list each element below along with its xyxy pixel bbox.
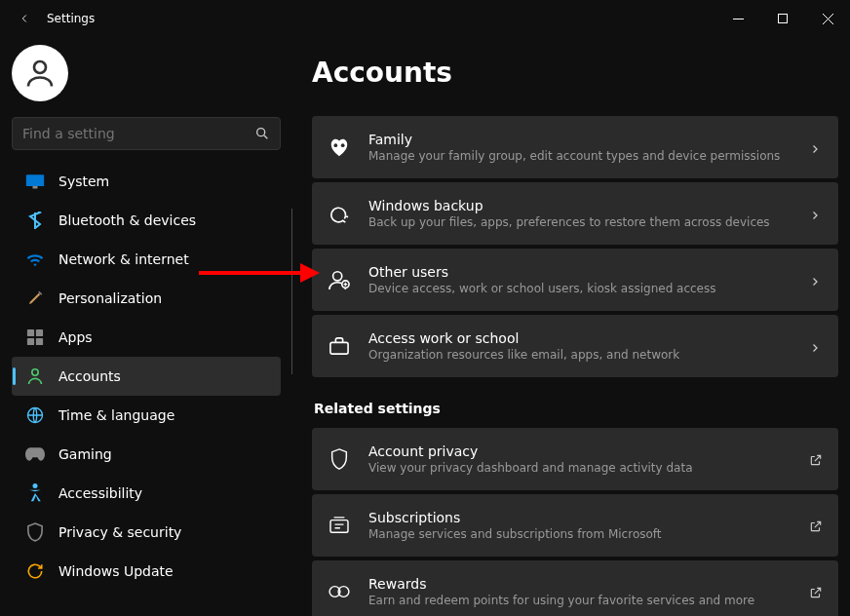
chevron-right-icon (809, 273, 823, 287)
sidebar: System Bluetooth & devices Network & int… (0, 37, 292, 616)
sidebar-item-label: Accounts (58, 368, 121, 384)
sidebar-item-time[interactable]: Time & language (12, 396, 281, 435)
svg-point-13 (32, 369, 38, 375)
svg-point-16 (334, 143, 338, 147)
sidebar-item-accessibility[interactable]: Accessibility (12, 474, 281, 513)
card-title: Subscriptions (368, 510, 809, 525)
sidebar-item-label: Gaming (58, 446, 112, 462)
open-external-icon (809, 519, 823, 532)
paintbrush-icon (25, 289, 45, 308)
card-title: Access work or school (368, 330, 809, 346)
wifi-icon (25, 250, 45, 269)
svg-rect-7 (26, 174, 44, 186)
privacy-shield-icon (328, 447, 351, 471)
svg-rect-9 (27, 329, 34, 336)
system-icon (25, 172, 45, 191)
back-button[interactable] (12, 6, 37, 31)
page-title: Accounts (312, 57, 838, 89)
svg-rect-21 (330, 520, 348, 533)
svg-point-15 (33, 483, 38, 488)
minimize-button[interactable] (715, 3, 760, 34)
card-subtitle: Manage your family group, edit account t… (368, 149, 809, 163)
sidebar-item-update[interactable]: Windows Update (12, 552, 281, 591)
search-input[interactable] (12, 117, 281, 150)
svg-line-6 (264, 135, 267, 138)
card-subtitle: Organization resources like email, apps,… (368, 348, 809, 362)
svg-point-5 (257, 129, 265, 136)
sidebar-item-network[interactable]: Network & internet (12, 240, 281, 279)
chevron-right-icon (809, 339, 823, 353)
search-field[interactable] (22, 126, 254, 141)
svg-point-4 (34, 61, 46, 73)
avatar[interactable] (12, 45, 68, 101)
sidebar-item-gaming[interactable]: Gaming (12, 435, 281, 474)
titlebar: Settings (0, 0, 850, 37)
svg-rect-8 (33, 186, 38, 189)
person-icon (25, 366, 45, 386)
card-other-users[interactable]: Other users Device access, work or schoo… (312, 249, 838, 311)
card-subtitle: Device access, work or school users, kio… (368, 282, 809, 295)
card-subtitle: View your privacy dashboard and manage a… (368, 461, 809, 475)
svg-rect-10 (36, 329, 43, 336)
apps-icon (25, 327, 45, 347)
maximize-button[interactable] (760, 3, 805, 34)
accessibility-icon (25, 483, 45, 503)
sidebar-item-label: Apps (58, 329, 93, 345)
globe-icon (25, 405, 45, 425)
sidebar-item-personalization[interactable]: Personalization (12, 279, 281, 318)
briefcase-icon (328, 334, 351, 358)
card-title: Account privacy (368, 443, 809, 459)
sidebar-item-label: Personalization (58, 290, 162, 306)
card-title: Family (368, 132, 809, 147)
sidebar-item-system[interactable]: System (12, 162, 281, 201)
close-button[interactable] (805, 3, 850, 34)
sidebar-item-label: Windows Update (58, 563, 174, 579)
sidebar-item-privacy[interactable]: Privacy & security (12, 513, 281, 552)
svg-rect-20 (330, 342, 348, 354)
sidebar-item-apps[interactable]: Apps (12, 318, 281, 357)
sidebar-item-label: System (58, 173, 109, 189)
gamepad-icon (25, 444, 45, 464)
card-rewards[interactable]: Rewards Earn and redeem points for using… (312, 560, 838, 616)
window-controls (715, 3, 850, 34)
sidebar-item-label: Bluetooth & devices (58, 212, 196, 228)
main-panel: Accounts Family Manage your family group… (292, 37, 850, 616)
card-subtitle: Manage services and subscriptions from M… (368, 527, 809, 541)
svg-rect-12 (36, 338, 43, 345)
related-settings-heading: Related settings (314, 401, 838, 416)
svg-point-17 (341, 143, 345, 147)
shield-icon (25, 522, 45, 542)
chevron-right-icon (809, 207, 823, 220)
nav-list: System Bluetooth & devices Network & int… (8, 162, 285, 591)
card-title: Windows backup (368, 198, 809, 213)
svg-rect-11 (27, 338, 34, 345)
family-icon (328, 135, 351, 159)
sidebar-item-label: Privacy & security (58, 524, 181, 540)
card-account-privacy[interactable]: Account privacy View your privacy dashbo… (312, 428, 838, 490)
sidebar-item-bluetooth[interactable]: Bluetooth & devices (12, 201, 281, 240)
backup-icon (328, 202, 351, 225)
update-icon (25, 561, 45, 581)
subscriptions-icon (328, 514, 351, 537)
card-work-school[interactable]: Access work or school Organization resou… (312, 315, 838, 377)
card-title: Rewards (368, 576, 809, 592)
bluetooth-icon (25, 211, 45, 230)
card-windows-backup[interactable]: Windows backup Back up your files, apps,… (312, 182, 838, 245)
card-title: Other users (368, 264, 809, 280)
other-users-icon (328, 268, 351, 291)
sidebar-item-label: Accessibility (58, 485, 142, 501)
sidebar-item-label: Time & language (58, 407, 174, 423)
card-subscriptions[interactable]: Subscriptions Manage services and subscr… (312, 494, 838, 557)
search-icon (254, 126, 270, 141)
divider (291, 209, 292, 374)
svg-point-18 (333, 272, 342, 281)
card-subtitle: Back up your files, apps, preferences to… (368, 215, 809, 229)
open-external-icon (809, 452, 823, 466)
chevron-right-icon (809, 140, 823, 154)
window-title: Settings (47, 12, 95, 25)
sidebar-item-accounts[interactable]: Accounts (12, 357, 281, 396)
sidebar-item-label: Network & internet (58, 251, 189, 267)
card-family[interactable]: Family Manage your family group, edit ac… (312, 116, 838, 178)
card-subtitle: Earn and redeem points for using your fa… (368, 594, 809, 607)
svg-rect-1 (779, 15, 788, 23)
